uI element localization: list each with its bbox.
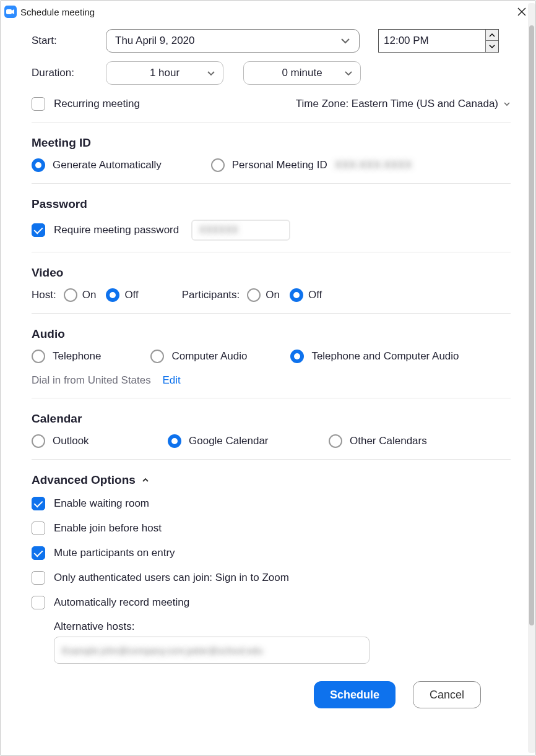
audio-computer-label: Computer Audio: [171, 350, 247, 363]
host-on-label: On: [82, 289, 97, 301]
duration-label: Duration:: [32, 67, 106, 79]
meeting-id-auto-label: Generate Automatically: [53, 159, 162, 171]
waiting-room-label: Enable waiting room: [54, 497, 149, 510]
auth-users-only-label: Only authenticated users can join: Sign …: [54, 572, 289, 584]
host-off-label: Off: [124, 289, 138, 301]
duration-hours-select[interactable]: 1 hour: [106, 61, 223, 85]
advanced-options: Enable waiting room Enable join before h…: [32, 497, 511, 664]
host-on-radio[interactable]: [64, 288, 77, 302]
recurring-label: Recurring meeting: [54, 98, 140, 110]
join-before-host-label: Enable join before host: [54, 522, 162, 535]
join-before-host-checkbox[interactable]: [32, 522, 45, 535]
require-password-label: Require meeting password: [54, 224, 179, 236]
participants-off-label: Off: [308, 289, 322, 301]
video-row: Host: On Off Participants: On Off: [32, 288, 511, 302]
duration-hours-value: 1 hour: [150, 67, 179, 79]
require-password-checkbox[interactable]: [32, 223, 45, 237]
scrollbar[interactable]: [528, 3, 535, 753]
dial-in-edit-link[interactable]: Edit: [162, 374, 180, 386]
start-date-select[interactable]: Thu April 9, 2020: [106, 29, 360, 53]
scrollbar-thumb[interactable]: [529, 25, 534, 625]
password-field[interactable]: XXXXXX: [191, 220, 290, 241]
duration-minutes-select[interactable]: 0 minute: [243, 61, 361, 85]
titlebar: Schedule meeting: [1, 1, 535, 19]
password-row: Require meeting password XXXXXX: [32, 220, 511, 241]
calendar-outlook-radio[interactable]: [32, 434, 45, 448]
calendar-outlook-label: Outlook: [53, 435, 89, 447]
calendar-other-label: Other Calendars: [350, 435, 427, 447]
calendar-google-label: Google Calendar: [189, 435, 269, 447]
video-heading: Video: [32, 266, 511, 280]
divider: [32, 313, 511, 314]
host-label: Host:: [32, 289, 56, 301]
time-spinner: [485, 30, 498, 52]
dial-in-row: Dial in from United States Edit: [32, 374, 511, 387]
meeting-id-row: Generate Automatically Personal Meeting …: [32, 158, 511, 172]
audio-row: Telephone Computer Audio Telephone and C…: [32, 350, 511, 363]
advanced-options-toggle[interactable]: Advanced Options: [32, 473, 511, 487]
calendar-other-radio[interactable]: [329, 434, 342, 448]
meeting-id-personal-radio[interactable]: [211, 158, 225, 172]
time-spin-up[interactable]: [486, 30, 498, 41]
divider: [32, 183, 511, 184]
footer: Schedule Cancel: [32, 664, 511, 708]
recurring-row: Recurring meeting Time Zone: Eastern Tim…: [32, 97, 511, 111]
svg-rect-0: [6, 9, 12, 14]
audio-both-radio[interactable]: [290, 350, 304, 363]
divider: [32, 398, 511, 398]
start-label: Start:: [32, 35, 106, 47]
password-heading: Password: [32, 197, 511, 211]
alternative-hosts-section: Alternative hosts: Example john@company.…: [54, 621, 511, 664]
divider: [32, 459, 511, 460]
alternative-hosts-placeholder: Example john@company.com;peter@school.ed…: [62, 645, 263, 656]
divider: [32, 122, 511, 122]
meeting-id-heading: Meeting ID: [32, 136, 511, 150]
recurring-checkbox[interactable]: [32, 97, 45, 111]
chevron-up-icon: [142, 478, 149, 483]
participants-label: Participants:: [182, 289, 240, 301]
chevron-down-icon: [340, 38, 350, 44]
start-time-value: 12:00 PM: [384, 35, 485, 47]
audio-telephone-label: Telephone: [53, 350, 101, 363]
audio-computer-radio[interactable]: [150, 350, 164, 363]
participants-on-radio[interactable]: [247, 288, 261, 302]
audio-both-label: Telephone and Computer Audio: [311, 350, 459, 363]
start-time-field[interactable]: 12:00 PM: [378, 29, 499, 53]
duration-minutes-value: 0 minute: [282, 67, 322, 79]
meeting-id-personal-label: Personal Meeting ID: [232, 159, 327, 171]
timezone-select[interactable]: Time Zone: Eastern Time (US and Canada): [296, 98, 511, 110]
audio-heading: Audio: [32, 327, 511, 341]
chevron-down-icon: [207, 71, 215, 76]
schedule-button[interactable]: Schedule: [314, 681, 396, 708]
duration-row: Duration: 1 hour 0 minute: [32, 61, 511, 85]
advanced-options-label: Advanced Options: [32, 473, 136, 487]
zoom-icon: [4, 6, 17, 18]
waiting-room-checkbox[interactable]: [32, 497, 45, 510]
meeting-id-auto-radio[interactable]: [32, 158, 45, 172]
mute-on-entry-checkbox[interactable]: [32, 546, 45, 560]
start-date-value: Thu April 9, 2020: [115, 35, 195, 47]
calendar-google-radio[interactable]: [168, 434, 181, 448]
time-spin-down[interactable]: [486, 41, 498, 52]
participants-off-radio[interactable]: [290, 288, 303, 302]
participants-on-label: On: [266, 289, 280, 301]
window-title: Schedule meeting: [20, 7, 95, 17]
schedule-meeting-window: Schedule meeting Start: Thu April 9, 202…: [0, 0, 536, 756]
cancel-button[interactable]: Cancel: [413, 681, 481, 708]
chevron-down-icon: [503, 101, 511, 106]
timezone-text: Time Zone: Eastern Time (US and Canada): [296, 98, 498, 110]
auth-users-only-checkbox[interactable]: [32, 571, 45, 585]
auto-record-label: Automatically record meeting: [54, 596, 189, 609]
calendar-heading: Calendar: [32, 412, 511, 426]
host-off-radio[interactable]: [106, 288, 119, 302]
chevron-down-icon: [344, 71, 353, 76]
calendar-row: Outlook Google Calendar Other Calendars: [32, 434, 511, 448]
divider: [32, 252, 511, 252]
audio-telephone-radio[interactable]: [32, 350, 45, 363]
dial-in-text: Dial in from United States: [32, 374, 151, 386]
close-button[interactable]: [514, 4, 529, 19]
alternative-hosts-input[interactable]: Example john@company.com;peter@school.ed…: [54, 637, 370, 664]
auto-record-checkbox[interactable]: [32, 596, 45, 609]
personal-meeting-id-value: XXX-XXX-XXXX: [335, 159, 412, 171]
mute-on-entry-label: Mute participants on entry: [54, 547, 175, 559]
